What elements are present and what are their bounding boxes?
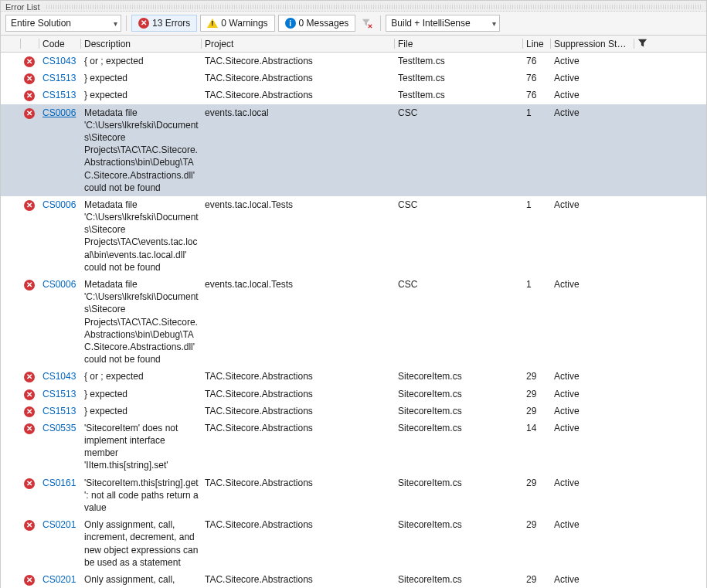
error-icon: ✕ bbox=[24, 108, 35, 119]
row-severity: ✕ bbox=[21, 386, 39, 403]
errors-filter-button[interactable]: ✕ 13 Errors bbox=[131, 15, 197, 32]
row-file: SitecoreItem.cs bbox=[395, 474, 523, 491]
row-code[interactable]: CS0201 bbox=[39, 571, 81, 588]
warnings-filter-button[interactable]: 0 Warnings bbox=[200, 15, 274, 32]
col-project[interactable]: Project bbox=[202, 36, 395, 52]
row-severity: ✕ bbox=[21, 516, 39, 533]
error-icon: ✕ bbox=[138, 18, 149, 29]
row-suppression: Active bbox=[551, 474, 634, 491]
code-link[interactable]: CS0535 bbox=[42, 423, 76, 433]
row-severity: ✕ bbox=[21, 571, 39, 588]
row-line: 1 bbox=[523, 196, 551, 213]
code-link[interactable]: CS0201 bbox=[42, 574, 76, 585]
row-gutter bbox=[1, 53, 21, 57]
row-code[interactable]: CS1513 bbox=[39, 87, 81, 104]
row-gutter bbox=[1, 368, 21, 372]
code-link[interactable]: CS1513 bbox=[42, 406, 76, 416]
row-file: TestItem.cs bbox=[395, 87, 523, 104]
code-link[interactable]: CS0161 bbox=[42, 478, 76, 488]
row-code[interactable]: CS0006 bbox=[39, 196, 81, 213]
code-link[interactable]: CS1513 bbox=[42, 389, 76, 399]
messages-count-label: 0 Messages bbox=[299, 18, 349, 29]
code-link[interactable]: CS0006 bbox=[42, 279, 76, 290]
row-file: SitecoreItem.cs bbox=[395, 571, 523, 588]
code-link[interactable]: CS1513 bbox=[42, 73, 76, 83]
row-code[interactable]: CS1043 bbox=[39, 53, 81, 70]
row-severity: ✕ bbox=[21, 474, 39, 491]
row-project: TAC.Sitecore.Abstractions bbox=[202, 386, 395, 403]
row-suppression: Active bbox=[551, 516, 634, 533]
row-line: 76 bbox=[523, 53, 551, 70]
row-tail bbox=[634, 403, 653, 407]
row-code[interactable]: CS0201 bbox=[39, 516, 81, 533]
row-tail bbox=[634, 516, 653, 521]
row-code[interactable]: CS1513 bbox=[39, 386, 81, 403]
row-file: CSC bbox=[395, 276, 523, 293]
code-link[interactable]: CS0006 bbox=[42, 199, 76, 210]
table-row[interactable]: ✕CS1043{ or ; expectedTAC.Sitecore.Abstr… bbox=[1, 368, 706, 385]
table-row[interactable]: ✕CS1513} expectedTAC.Sitecore.Abstractio… bbox=[1, 70, 706, 87]
row-suppression: Active bbox=[551, 196, 634, 213]
row-tail bbox=[634, 53, 653, 57]
col-description[interactable]: Description bbox=[81, 36, 202, 52]
table-row[interactable]: ✕CS0201Only assignment, call, increment,… bbox=[1, 571, 706, 588]
table-row[interactable]: ✕CS0201Only assignment, call, increment,… bbox=[1, 516, 706, 571]
table-row[interactable]: ✕CS1513} expectedTAC.Sitecore.Abstractio… bbox=[1, 386, 706, 403]
row-line: 29 bbox=[523, 403, 551, 420]
col-file[interactable]: File bbox=[395, 36, 523, 52]
col-suppression[interactable]: Suppression St… bbox=[551, 36, 634, 52]
row-code[interactable]: CS0535 bbox=[39, 420, 81, 437]
col-filter[interactable] bbox=[634, 36, 653, 52]
col-blank-2[interactable] bbox=[21, 36, 39, 52]
row-description: { or ; expected bbox=[81, 368, 202, 385]
row-code[interactable]: CS1513 bbox=[39, 70, 81, 87]
error-icon: ✕ bbox=[24, 280, 35, 291]
table-row[interactable]: ✕CS0006Metadata file 'C:\Users\lkrefski\… bbox=[1, 276, 706, 368]
row-file: SitecoreItem.cs bbox=[395, 386, 523, 403]
row-code[interactable]: CS1043 bbox=[39, 368, 81, 385]
table-row[interactable]: ✕CS1513} expectedTAC.Sitecore.Abstractio… bbox=[1, 87, 706, 104]
table-row[interactable]: ✕CS0006Metadata file 'C:\Users\lkrefski\… bbox=[1, 196, 706, 276]
row-tail bbox=[634, 70, 653, 74]
col-code[interactable]: Code bbox=[39, 36, 81, 52]
row-code[interactable]: CS0006 bbox=[39, 276, 81, 293]
error-icon: ✕ bbox=[24, 406, 35, 417]
clear-filter-button[interactable] bbox=[359, 15, 376, 32]
row-file: CSC bbox=[395, 196, 523, 213]
row-project: TAC.Sitecore.Abstractions bbox=[202, 474, 395, 491]
col-blank-1[interactable] bbox=[1, 36, 21, 52]
row-suppression: Active bbox=[551, 571, 634, 588]
code-link[interactable]: CS1043 bbox=[42, 56, 76, 66]
row-project: TAC.Sitecore.Abstractions bbox=[202, 53, 395, 70]
col-line[interactable]: Line bbox=[523, 36, 551, 52]
row-code[interactable]: CS0161 bbox=[39, 474, 81, 491]
row-severity: ✕ bbox=[21, 368, 39, 385]
row-tail bbox=[634, 368, 653, 372]
row-severity: ✕ bbox=[21, 70, 39, 87]
row-line: 14 bbox=[523, 420, 551, 437]
code-link[interactable]: CS0006 bbox=[42, 107, 76, 118]
row-project: TAC.Sitecore.Abstractions bbox=[202, 571, 395, 588]
table-row[interactable]: ✕CS1043{ or ; expectedTAC.Sitecore.Abstr… bbox=[1, 53, 706, 70]
error-icon: ✕ bbox=[24, 389, 35, 400]
scope-combo[interactable]: Entire Solution ▾ bbox=[5, 15, 121, 32]
table-row[interactable]: ✕CS0006Metadata file 'C:\Users\lkrefski\… bbox=[1, 104, 706, 196]
error-icon: ✕ bbox=[24, 520, 35, 531]
build-filter-combo[interactable]: Build + IntelliSense ▾ bbox=[386, 15, 500, 32]
row-code[interactable]: CS1513 bbox=[39, 403, 81, 420]
row-description: } expected bbox=[81, 70, 202, 87]
code-link[interactable]: CS1043 bbox=[42, 371, 76, 382]
row-project: TAC.Sitecore.Abstractions bbox=[202, 516, 395, 533]
code-link[interactable]: CS1513 bbox=[42, 90, 76, 100]
messages-filter-button[interactable]: i 0 Messages bbox=[278, 15, 356, 32]
row-code[interactable]: CS0006 bbox=[39, 104, 81, 121]
table-row[interactable]: ✕CS0161'SitecoreItem.this[string].get': … bbox=[1, 474, 706, 517]
panel-title-bar[interactable]: Error List bbox=[1, 1, 706, 12]
row-suppression: Active bbox=[551, 403, 634, 420]
table-row[interactable]: ✕CS1513} expectedTAC.Sitecore.Abstractio… bbox=[1, 403, 706, 420]
row-description: } expected bbox=[81, 386, 202, 403]
code-link[interactable]: CS0201 bbox=[42, 519, 76, 530]
row-severity: ✕ bbox=[21, 53, 39, 70]
table-row[interactable]: ✕CS0535'SitecoreItem' does not implement… bbox=[1, 420, 706, 474]
row-tail bbox=[634, 474, 653, 479]
